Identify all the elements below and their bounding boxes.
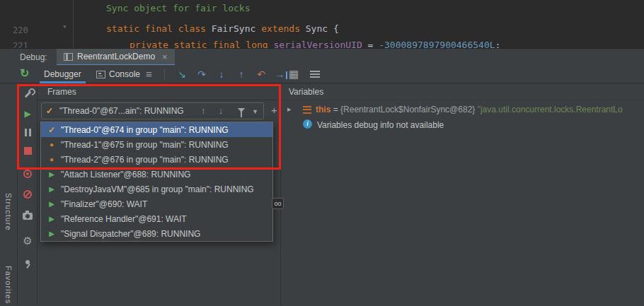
toolbar-separator: [164, 69, 165, 80]
thread-label: "Finalizer"@690: WAIT: [61, 199, 147, 209]
line-number: 221: [13, 41, 28, 48]
resume-icon[interactable]: ▶: [18, 109, 38, 119]
check-icon: ✓: [47, 125, 57, 135]
thread-list-item[interactable]: ● "Thread-1"@675 in group "main": RUNNIN…: [41, 137, 272, 152]
variable-row-this[interactable]: ▸ this = {ReentrantLock$NonfairSync@682}…: [282, 102, 644, 117]
line-number: 220: [13, 25, 28, 35]
variable-string-value: "java.util.concurrent.locks.ReentrantLo: [478, 105, 623, 114]
frames-header: Frames: [38, 83, 280, 100]
debug-toolwindow-header: Debug: ReentrantLockDemo ×: [0, 48, 644, 65]
memory-view-badge[interactable]: oo: [272, 198, 284, 209]
code-line: static final class FairSync extends Sync…: [106, 23, 339, 34]
pause-icon[interactable]: [18, 129, 38, 136]
thread-list-item[interactable]: ▶ "Signal Dispatcher"@689: RUNNING: [41, 226, 272, 241]
console-icon: [96, 71, 105, 78]
ide-window: 220 221 ▾ Sync object for fair locks sta…: [0, 0, 644, 306]
step-out-icon[interactable]: ↑: [234, 66, 249, 82]
thread-running-icon: ▶: [47, 170, 57, 178]
current-thread-check-icon: ✓: [46, 106, 53, 116]
thread-list-item[interactable]: ✓ "Thread-0"@674 in group "main": RUNNIN…: [41, 122, 272, 137]
thread-label: "Thread-0"@674 in group "main": RUNNING: [61, 125, 229, 135]
mute-circle-icon: [23, 190, 32, 199]
restore-layout-icon[interactable]: ▦: [289, 68, 299, 81]
pin-glyph-icon: [23, 259, 33, 269]
tab-console[interactable]: Console: [89, 65, 147, 83]
variable-type-ref: {ReentrantLock$NonfairSync@682}: [340, 105, 478, 114]
run-to-cursor-icon[interactable]: →: [273, 66, 289, 82]
tab-console-label: Console: [109, 69, 140, 79]
next-frame-icon[interactable]: ↓: [219, 105, 224, 116]
thread-list-item[interactable]: ▶ "DestroyJavaVM"@685 in group "main": R…: [41, 182, 272, 196]
thread-dump-camera-icon[interactable]: [18, 213, 38, 220]
thread-list-item[interactable]: ▶ "Reference Handler"@691: WAIT: [41, 211, 272, 226]
show-execution-point-icon[interactable]: ↘: [174, 66, 190, 82]
thread-selector-combo[interactable]: ✓ "Thread-0"@67...ain": RUNNING ↑ ↓ ▼: [41, 102, 264, 119]
variables-header: Variables: [282, 83, 644, 100]
thread-running-icon: ▶: [47, 215, 57, 223]
camera-icon: [23, 213, 33, 220]
thread-label: "Thread-2"@676 in group "main": RUNNING: [61, 155, 229, 165]
debug-header-label: Debug:: [20, 52, 47, 62]
code-operator: =: [368, 40, 379, 48]
selected-thread-label: "Thread-0"@67...ain": RUNNING: [59, 106, 184, 116]
code-comment: Sync object for fair locks: [106, 3, 251, 13]
wrench-icon: [23, 89, 33, 99]
filter-frames-icon[interactable]: [238, 108, 245, 112]
gutter-separator: [73, 0, 74, 48]
sidebar-item-structure[interactable]: Structure: [4, 193, 13, 231]
chevron-right-icon[interactable]: ▸: [287, 105, 292, 114]
variables-panel: Variables ▸ this = {ReentrantLock$Nonfai…: [282, 83, 644, 306]
mute-breakpoints-icon[interactable]: [18, 190, 38, 199]
step-over-icon[interactable]: ↷: [194, 66, 209, 82]
tab-debugger[interactable]: Debugger: [37, 65, 88, 83]
drop-frame-icon[interactable]: ↶: [253, 66, 269, 82]
pin-icon[interactable]: [18, 259, 38, 269]
stop-icon[interactable]: [18, 147, 38, 155]
previous-frame-icon[interactable]: ↑: [201, 105, 206, 116]
thread-dropdown-popup: ✓ "Thread-0"@674 in group "main": RUNNIN…: [40, 122, 273, 242]
variable-value-text: this = {ReentrantLock$NonfairSync@682} "…: [316, 105, 623, 114]
fold-marker-icon[interactable]: ▾: [62, 22, 67, 31]
code-identifier: FairSync: [212, 23, 261, 34]
pause-bars-icon: [25, 129, 31, 136]
thread-label: "Signal Dispatcher"@689: RUNNING: [61, 229, 200, 239]
thread-dot-icon: ●: [47, 155, 57, 163]
code-keyword: static final class: [106, 23, 212, 34]
chevron-down-icon[interactable]: ▼: [252, 108, 258, 115]
code-number: -3000897897900466540L: [379, 40, 495, 48]
thread-label: "Thread-1"@675 in group "main": RUNNING: [61, 140, 229, 150]
debug-action-bar: ▶ ⚙: [18, 83, 38, 306]
thread-label: "Reference Handler"@691: WAIT: [61, 214, 187, 224]
step-into-icon[interactable]: ↓: [214, 66, 229, 82]
thread-label: "DestroyJavaVM"@685 in group "main": RUN…: [61, 184, 254, 194]
thread-list-item[interactable]: ▶ "Attach Listener"@688: RUNNING: [41, 167, 272, 182]
code-keyword: private static final long: [130, 40, 274, 48]
rerun-icon[interactable]: ↻: [20, 66, 29, 80]
toolwindow-stripe: Structure Favorites: [0, 83, 18, 306]
equals-sign: =: [330, 105, 340, 114]
session-tab-label: ReentrantLockDemo: [77, 52, 155, 61]
view-breakpoints-icon[interactable]: [18, 170, 38, 178]
thread-label: "Attach Listener"@688: RUNNING: [61, 170, 190, 180]
thread-list-item[interactable]: ● "Thread-2"@676 in group "main": RUNNIN…: [41, 152, 272, 167]
layout-menu-icon[interactable]: ≡: [146, 68, 152, 80]
variables-info-row: i Variables debug info not available: [282, 118, 644, 132]
debugger-toolbar: ↻ Debugger Console ≡ ↘ ↷ ↓ ↑ ↶ → ▦: [0, 65, 644, 83]
breakpoint-ring-icon: [23, 170, 32, 178]
code-punctuation: ;: [495, 40, 501, 48]
stop-square-icon: [24, 147, 32, 155]
thread-running-icon: ▶: [47, 185, 57, 193]
gear-icon[interactable]: ⚙: [18, 235, 38, 247]
code-keyword: extends: [261, 23, 306, 34]
plus-icon[interactable]: +: [271, 104, 277, 116]
settings-wrench-icon[interactable]: [18, 89, 38, 100]
code-editor[interactable]: 220 221 ▾ Sync object for fair locks sta…: [0, 0, 644, 48]
tab-debugger-label: Debugger: [44, 69, 81, 79]
session-tab[interactable]: ReentrantLockDemo ×: [57, 49, 175, 66]
thread-list-item[interactable]: ▶ "Finalizer"@690: WAIT: [41, 196, 272, 211]
sidebar-item-favorites[interactable]: Favorites: [4, 266, 13, 304]
thread-dot-icon: ●: [47, 141, 57, 148]
view-options-icon[interactable]: [310, 71, 320, 78]
close-icon[interactable]: ×: [162, 52, 168, 62]
thread-running-icon: ▶: [47, 200, 57, 208]
